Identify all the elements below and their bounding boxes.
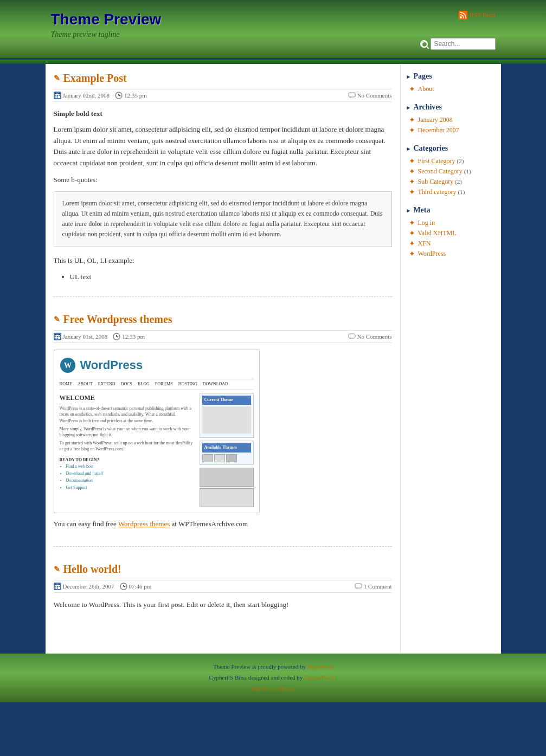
bullet-cat-second: ✦	[409, 168, 415, 176]
wp-logo-text: WordPress	[80, 356, 143, 374]
post-time-wordpress: 12:33 pm	[113, 333, 145, 340]
wp-available-themes-box: Available Themes	[200, 441, 254, 465]
post-intro-paragraph: Lorem ipsum dolor sit amet, consectetur …	[54, 124, 392, 169]
sidebar-archives: ► Archives ✦ January 2008 ✦ December 200…	[406, 103, 496, 134]
wp-themes-grid	[202, 454, 251, 462]
sidebar-meta-wordpress: ✦ WordPress	[409, 250, 496, 258]
footer-wp-themes-link[interactable]: WordPress themes	[251, 685, 295, 692]
sidebar-link-xfn[interactable]: XFN	[418, 240, 431, 248]
post-comments-link-hello[interactable]: 1 Comment	[355, 583, 392, 590]
wp-body-text2: More simply, WordPress is what you use w…	[60, 426, 195, 438]
categories-arrow: ►	[406, 146, 412, 152]
wp-ready-item-1: Find a web host	[66, 463, 195, 470]
sidebar-link-xhtml[interactable]: Valid XHTML	[418, 229, 457, 237]
rss-label: RSS Feed	[470, 11, 496, 20]
svg-rect-39	[55, 587, 56, 589]
footer-line2: CypherFS Bliss designed and coded by Cyp…	[5, 673, 541, 683]
bullet-wordpress: ✦	[409, 250, 415, 258]
wp-theme-2	[214, 454, 225, 462]
svg-rect-7	[59, 93, 60, 94]
search-icon	[420, 40, 428, 48]
sidebar-meta: ► Meta ✦ Log in ✦ Valid XHTML ✦ XFN ✦	[406, 206, 496, 258]
sidebar-link-cat-third[interactable]: Third category (1)	[418, 188, 465, 196]
sidebar-meta-login: ✦ Log in	[409, 219, 496, 227]
wp-body: WELCOME WordPress is a state-of-the-art …	[60, 393, 254, 507]
post-title-link-example[interactable]: Example Post	[63, 72, 127, 85]
rss-link[interactable]: RSS Feed	[459, 11, 496, 20]
comment-icon	[348, 92, 356, 99]
wp-ready-item-4: Get Support	[66, 484, 195, 492]
bullet-about: ✦	[409, 86, 415, 93]
svg-rect-9	[57, 95, 58, 96]
post-wordpress: ✎ Free Wordpress themes January 01st, 20…	[54, 313, 392, 546]
wp-nav-blog: BLOG	[138, 381, 150, 388]
search-area	[420, 38, 496, 50]
sidebar-link-about[interactable]: About	[418, 85, 434, 93]
post-comments-text-example: No Comments	[357, 92, 392, 99]
post-time-text-wordpress: 12:33 pm	[122, 333, 145, 340]
bullet-cat-sub: ✦	[409, 178, 415, 186]
svg-rect-40	[57, 587, 58, 589]
wp-nav-about: ABOUT	[78, 381, 93, 388]
footer-line1-before: Theme Preview is proudly powered by	[213, 663, 307, 670]
sidebar-link-cat-second[interactable]: Second Category (1)	[418, 167, 471, 176]
wp-nav-download: DOWNLOAD	[203, 381, 228, 388]
site-title: Theme Preview	[51, 11, 496, 28]
sidebar-link-dec[interactable]: December 2007	[418, 126, 459, 134]
sidebar-archives-list: ✦ January 2008 ✦ December 2007	[406, 116, 496, 134]
post-bquote-label: Some b-quotes:	[54, 175, 392, 186]
post-comments-link-example[interactable]: No Comments	[348, 92, 392, 99]
post-comments-text-hello: 1 Comment	[364, 583, 392, 590]
post-comments-link-wordpress[interactable]: No Comments	[348, 333, 392, 340]
edit-icon: ✎	[54, 74, 60, 83]
search-input[interactable]	[431, 38, 496, 50]
footer-text-after: at WPThemesArchive.com	[170, 520, 248, 528]
calendar-icon	[54, 92, 61, 99]
svg-text:W: W	[64, 361, 72, 370]
wp-header: W WordPress	[60, 356, 254, 374]
post-title-example: ✎ Example Post	[54, 72, 392, 85]
sidebar-link-jan[interactable]: January 2008	[418, 116, 453, 124]
footer-wordpress-link[interactable]: WordPress	[307, 663, 332, 670]
svg-rect-8	[55, 95, 56, 96]
rss-icon	[459, 11, 467, 20]
footer-line2-before: CypherFS Bliss designed and coded by	[209, 674, 304, 681]
page-wrapper: ✎ Example Post January 02nd, 2008 12:35 …	[46, 64, 501, 654]
svg-rect-36	[55, 586, 56, 587]
footer-cypherhackz-link[interactable]: CypherHackz	[304, 674, 337, 681]
footer-text-before: You can easy find free	[54, 520, 118, 528]
comment-icon-2	[348, 333, 356, 340]
wp-current-theme-box: Current Theme	[200, 393, 254, 438]
svg-rect-37	[57, 586, 58, 587]
post-meta-example: January 02nd, 2008 12:35 pm No Comments	[54, 89, 392, 102]
wordpress-themes-link[interactable]: Wordpress themes	[118, 520, 170, 528]
svg-rect-22	[57, 336, 58, 337]
post-title-link-hello[interactable]: Hello world!	[63, 563, 121, 576]
sidebar-pages: ► Pages ✦ About	[406, 72, 496, 93]
sidebar-cat-third: ✦ Third category (1)	[409, 188, 496, 196]
sidebar-pages-heading: ► Pages	[406, 72, 496, 81]
sidebar-categories-label: Categories	[413, 144, 448, 153]
svg-line-28	[117, 337, 118, 337]
sidebar-link-wordpress[interactable]: WordPress	[418, 250, 446, 258]
sidebar-link-cat-first[interactable]: First Category (2)	[418, 157, 464, 165]
sidebar-categories-list: ✦ First Category (2) ✦ Second Category (…	[406, 157, 496, 196]
post-title-link-wordpress[interactable]: Free Wordpress themes	[63, 313, 172, 326]
calendar-icon-2	[54, 333, 61, 340]
post-body-example: Simple bold text Lorem ipsum dolor sit a…	[54, 108, 392, 283]
sidebar-link-login[interactable]: Log in	[418, 219, 435, 227]
pages-arrow: ►	[406, 74, 412, 80]
post-ul: UL text	[70, 272, 392, 283]
sidebar-link-cat-sub[interactable]: Sub Category (2)	[418, 178, 463, 186]
post-hello-text: Welcome to WordPress. This is your first…	[54, 599, 392, 611]
post-hello: ✎ Hello world! December 26th, 2007 07:46…	[54, 563, 392, 627]
wp-nav-docs: DOCS	[121, 381, 132, 388]
svg-rect-23	[59, 336, 60, 337]
wp-current-theme-label: Current Theme	[202, 396, 251, 405]
sidebar-meta-xhtml: ✦ Valid XHTML	[409, 229, 496, 237]
header-bottom-bar	[0, 60, 546, 64]
wp-available-themes-label: Available Themes	[202, 443, 251, 453]
sidebar-pages-label: Pages	[413, 72, 432, 81]
svg-rect-21	[55, 336, 56, 337]
sidebar-meta-list: ✦ Log in ✦ Valid XHTML ✦ XFN ✦ WordPress	[406, 219, 496, 258]
